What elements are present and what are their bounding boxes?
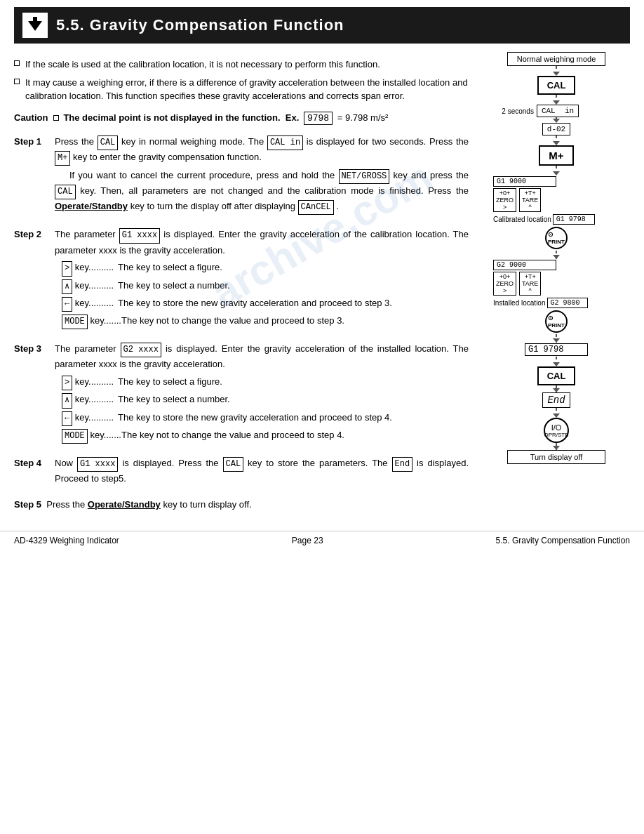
- fc-g2-9000-display: G2 9000: [493, 260, 556, 270]
- step-1-para-1: Press the CAL key in normal weighing mod…: [55, 135, 469, 166]
- bullet-square-2: [14, 79, 20, 84]
- fc-turn-display-off: Turn display off: [507, 450, 605, 464]
- section-header: 5.5. Gravity Compensation Function: [14, 7, 630, 44]
- fc-tare-btn: +T+TARE^: [519, 188, 541, 212]
- fc-calibrated-row: Calibrated location G1 9798: [493, 213, 619, 225]
- step-1: Step 1 Press the CAL key in normal weigh…: [14, 135, 469, 218]
- fc-arrow-6: [556, 251, 557, 259]
- fc-normal-weighing-mode: Normal weighing mode: [507, 52, 605, 66]
- svg-rect-2: [33, 17, 37, 22]
- fc-print-circle-btn: ⊙PRINT: [545, 227, 568, 249]
- footer-center: Page 23: [292, 536, 323, 545]
- fc-g2-group: G2 9000 +0+ZERO> +T+TARE^ Installed loca…: [493, 259, 619, 334]
- key-row-mode: MODE key....... The key not to change th…: [62, 314, 469, 329]
- step-3-intro: The parameter G2 xxxx is displayed. Ente…: [55, 342, 469, 372]
- caution-label: Caution: [14, 112, 48, 123]
- step-2: Step 2 The parameter G1 xxxx is displaye…: [14, 227, 469, 332]
- cancel-display: CAnCEL: [298, 200, 334, 215]
- key-row-enter: ← key.......... The key to store the new…: [62, 296, 469, 312]
- s3-key-mode-cell: MODE key.......: [62, 428, 121, 444]
- bullet-text-1: If the scale is used at the calibration …: [25, 58, 380, 72]
- caution-example-value: 9798: [304, 112, 333, 125]
- netgross-key-ref: NET/GROSS: [339, 169, 390, 184]
- wedge-key: ∧: [62, 279, 72, 294]
- end-display: End: [392, 457, 413, 472]
- fc-two-seconds-label: 2 seconds: [486, 107, 537, 115]
- fc-arrow-1: [556, 66, 557, 76]
- fc-zero-btn-2: +0+ZERO>: [493, 272, 516, 296]
- step-1-content: Press the CAL key in normal weighing mod…: [55, 135, 469, 218]
- bullet-text-2: It may cause a weighing error, if there …: [25, 76, 469, 103]
- caution-text: The decimal point is not displayed in th…: [63, 112, 285, 123]
- fc-d02-display: d-02: [542, 123, 570, 135]
- g1-param-display: G1 xxxx: [119, 228, 160, 243]
- fc-g1-btn-row: +0+ZERO> +T+TARE^: [493, 188, 619, 212]
- fc-print-circle-btn-2: ⊙PRINT: [545, 310, 568, 333]
- key-mode-cell: MODE key.......: [62, 314, 121, 329]
- step-2-key-table: > key.......... The key to select a figu…: [62, 260, 469, 329]
- step-3-key-table: > key.......... The key to select a figu…: [62, 375, 469, 444]
- page-footer: AD-4329 Weighing Indicator Page 23 5.5. …: [0, 531, 644, 550]
- mplus-key-ref: M+: [55, 151, 70, 166]
- fc-arrow-3: [556, 117, 557, 123]
- main-content: If the scale is used at the calibration …: [14, 44, 630, 524]
- fc-installed-label: Installed location: [493, 299, 546, 307]
- fc-cal-final-button: CAL: [537, 366, 576, 385]
- step-3-label: Step 3: [14, 342, 55, 357]
- fc-cal-in-row: 2 seconds CAL in: [486, 105, 626, 117]
- key-wedge-desc: The key to select a number.: [118, 279, 469, 293]
- s3-key-gt-cell: > key..........: [62, 375, 118, 390]
- key-gt-desc: The key to select a figure.: [118, 260, 469, 275]
- step-2-intro: The parameter G1 xxxx is displayed. Ente…: [55, 227, 469, 258]
- step-3-content: The parameter G2 xxxx is displayed. Ente…: [55, 342, 469, 446]
- step-5-text: Press the Operate/Standby key to turn di…: [46, 499, 251, 510]
- enter-key: ←: [62, 297, 72, 312]
- header-icon: [22, 13, 48, 38]
- right-column: Normal weighing mode CAL 2 seconds CAL i…: [476, 52, 630, 515]
- step-3: Step 3 The parameter G2 xxxx is displaye…: [14, 342, 469, 446]
- fc-mplus-button: M+: [539, 145, 573, 166]
- key-enter-cell: ← key..........: [62, 296, 118, 312]
- step-4-para: Now G1 xxxx is displayed. Press the CAL …: [55, 456, 469, 486]
- fc-zero-btn: +0+ZERO>: [493, 188, 516, 212]
- fc-power-button: I/O OPR/STB: [544, 418, 569, 443]
- bullet-section: If the scale is used at the calibration …: [14, 58, 469, 103]
- step-5-label: Step 5: [14, 499, 46, 510]
- caution-example-label: Ex.: [286, 112, 302, 123]
- cal-key-ref-2: CAL: [55, 185, 76, 199]
- s4-cal-key: CAL: [223, 457, 244, 472]
- fc-arrow-2: [556, 95, 557, 105]
- fc-arrow-8: [556, 357, 557, 366]
- step-4-content: Now G1 xxxx is displayed. Press the CAL …: [55, 456, 469, 489]
- step-2-label: Step 2: [14, 227, 55, 242]
- page-title: 5.5. Gravity Compensation Function: [56, 16, 344, 34]
- step-4: Step 4 Now G1 xxxx is displayed. Press t…: [14, 456, 469, 489]
- bullet-square-1: [14, 60, 20, 66]
- fc-arrow-7: [556, 334, 557, 343]
- cal-in-display: CAL in: [267, 135, 303, 150]
- fc-g1-final-display: G1 9798: [525, 343, 588, 356]
- s3-key-enter-cell: ← key..........: [62, 411, 118, 426]
- s3-mode-key: MODE: [62, 429, 88, 444]
- step-1-label: Step 1: [14, 135, 55, 150]
- footer-left: AD-4329 Weighing Indicator: [14, 536, 119, 545]
- s3-key-row-mode: MODE key....... The key not to change th…: [62, 428, 469, 444]
- step-1-para-2: If you want to cancel the current proced…: [55, 168, 469, 216]
- fc-arrow-9: [556, 385, 557, 392]
- key-mode-desc: The key not to change the value and proc…: [121, 314, 469, 329]
- s3-key-row-enter: ← key.......... The key to store the new…: [62, 411, 469, 426]
- cal-key-ref: CAL: [98, 135, 119, 150]
- fc-installed-row: Installed location G2 9800: [493, 297, 619, 309]
- left-column: If the scale is used at the calibration …: [14, 52, 476, 515]
- fc-cal-in-display: CAL in: [537, 105, 579, 117]
- operate-standby-ref-2: Operate/Standby: [88, 499, 161, 510]
- fc-arrow-10: [556, 408, 557, 418]
- fc-cal-button: CAL: [537, 76, 576, 95]
- s3-key-enter-desc: The key to store the new gravity acceler…: [118, 411, 469, 425]
- g2-param-display: G2 xxxx: [121, 343, 161, 357]
- fc-arrow-4: [556, 135, 557, 145]
- s3-enter-key: ←: [62, 411, 72, 426]
- caution-example-equals: = 9.798 m/s²: [335, 112, 388, 123]
- mode-key: MODE: [62, 315, 88, 329]
- s3-key-row-gt: > key.......... The key to select a figu…: [62, 375, 469, 390]
